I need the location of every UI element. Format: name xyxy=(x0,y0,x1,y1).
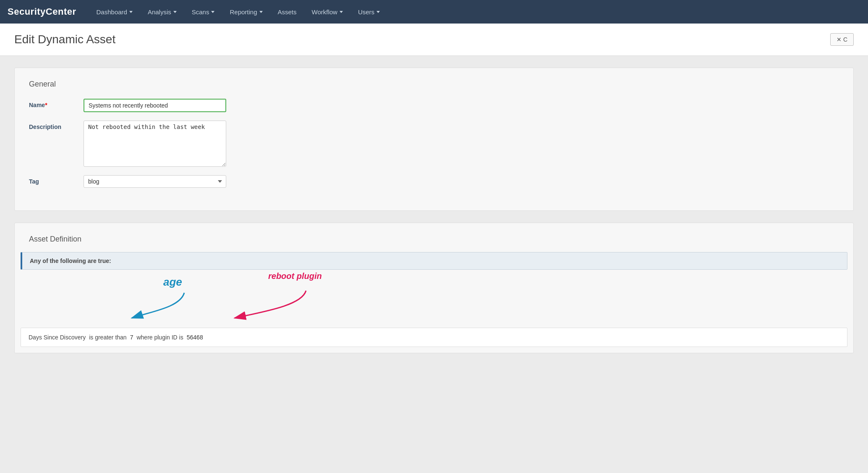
main-content: General Name* Description Not rebooted w… xyxy=(0,56,868,473)
chevron-down-icon xyxy=(340,11,343,13)
navbar: SecurityCenter Dashboard Analysis Scans … xyxy=(0,0,868,24)
rule-operator: is greater than xyxy=(89,334,127,341)
nav-menu: Dashboard Analysis Scans Reporting Asset… xyxy=(89,0,388,24)
page-header: Edit Dynamic Asset ✕ C xyxy=(0,24,868,56)
age-annotation-label: age xyxy=(163,276,182,289)
chevron-down-icon xyxy=(129,11,133,13)
name-label: Name* xyxy=(29,99,84,108)
nav-item-assets[interactable]: Assets xyxy=(270,0,304,24)
reboot-plugin-annotation-label: reboot plugin xyxy=(268,271,322,281)
rule-plugin-label: where plugin ID is xyxy=(136,334,183,341)
rule-field: Days Since Discovery xyxy=(29,334,86,341)
nav-item-dashboard[interactable]: Dashboard xyxy=(89,0,140,24)
asset-definition-title: Asset Definition xyxy=(15,235,853,252)
tag-select-wrapper: blog xyxy=(84,175,226,188)
general-section-title: General xyxy=(29,80,839,89)
name-form-group: Name* xyxy=(29,99,839,112)
rule-plugin-value: 56468 xyxy=(187,334,203,341)
description-form-group: Description Not rebooted within the last… xyxy=(29,121,839,167)
rule-value: 7 xyxy=(130,334,133,341)
tag-form-group: Tag blog xyxy=(29,175,839,188)
nav-item-workflow[interactable]: Workflow xyxy=(304,0,350,24)
chevron-down-icon xyxy=(211,11,214,13)
close-button[interactable]: ✕ C xyxy=(830,33,854,46)
nav-item-users[interactable]: Users xyxy=(350,0,387,24)
description-textarea[interactable]: Not rebooted within the last week xyxy=(84,121,226,167)
chevron-down-icon xyxy=(173,11,177,13)
any-of-box: Any of the following are true: xyxy=(21,252,847,270)
description-label: Description xyxy=(29,121,84,130)
brand-logo[interactable]: SecurityCenter xyxy=(8,6,76,17)
page-title: Edit Dynamic Asset xyxy=(14,33,115,46)
age-arrow xyxy=(21,270,847,324)
general-card: General Name* Description Not rebooted w… xyxy=(14,68,854,211)
nav-item-scans[interactable]: Scans xyxy=(184,0,222,24)
chevron-down-icon xyxy=(376,11,380,13)
rule-row: Days Since Discovery is greater than 7 w… xyxy=(21,328,847,347)
nav-item-analysis[interactable]: Analysis xyxy=(140,0,184,24)
chevron-down-icon xyxy=(259,11,263,13)
name-input[interactable] xyxy=(84,99,226,112)
tag-select[interactable]: blog xyxy=(84,175,226,188)
asset-definition-card: Asset Definition Any of the following ar… xyxy=(14,223,854,353)
tag-label: Tag xyxy=(29,175,84,185)
brand-name: SecurityCenter xyxy=(8,6,76,17)
nav-item-reporting[interactable]: Reporting xyxy=(222,0,270,24)
